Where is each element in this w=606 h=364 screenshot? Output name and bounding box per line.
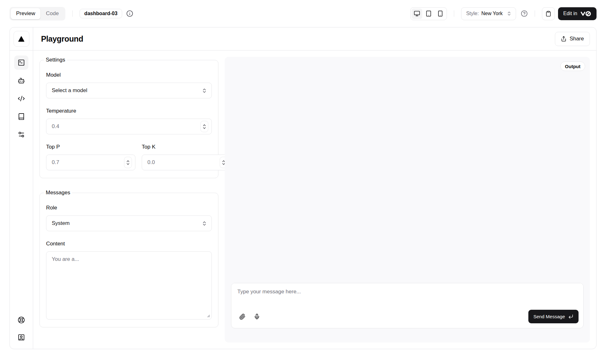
share-button[interactable]: Share [555, 32, 590, 46]
separator [454, 10, 454, 17]
chevrons-up-down-icon [202, 221, 207, 226]
top-k-label: Top K [142, 144, 231, 150]
sidebar [10, 27, 33, 349]
user-square-icon[interactable] [14, 330, 28, 344]
output-badge: Output [560, 62, 585, 71]
v0-logo-icon [580, 11, 591, 16]
message-composer: Send Message [231, 283, 584, 328]
temperature-field: Temperature [46, 108, 212, 134]
role-label: Role [46, 205, 212, 211]
smartphone-icon[interactable] [435, 9, 446, 19]
tablet-icon[interactable] [423, 9, 434, 19]
messages-fieldset: Messages Role System Content [39, 190, 218, 327]
view-tabs: Preview Code [9, 7, 65, 21]
send-message-label: Send Message [533, 314, 565, 319]
top-p-label: Top P [46, 144, 135, 150]
message-input[interactable] [231, 283, 583, 307]
style-select-value: New York [481, 11, 503, 16]
corner-down-left-icon [568, 314, 573, 319]
stepper-arrows-icon[interactable] [200, 121, 208, 132]
temperature-label: Temperature [46, 108, 212, 114]
preview-frame: Playground Share Settings Model Select a… [9, 27, 597, 349]
top-k-input[interactable] [147, 155, 217, 170]
temperature-input[interactable] [52, 119, 198, 134]
style-select-label: Style: [466, 11, 479, 16]
sidebar-head [10, 27, 33, 50]
paperclip-icon[interactable] [236, 310, 249, 323]
share-button-label: Share [570, 36, 584, 42]
share-icon [561, 36, 567, 42]
model-select-value: Select a model [52, 87, 202, 94]
sidebar-bottom [14, 313, 28, 349]
top-p-field: Top P [46, 144, 135, 170]
settings-legend: Settings [44, 57, 67, 63]
top-p-input[interactable] [52, 155, 122, 170]
model-label: Model [46, 72, 212, 78]
triangle-logo-icon[interactable] [14, 31, 29, 47]
info-icon[interactable] [126, 10, 133, 17]
page-header: Playground Share [33, 27, 596, 50]
main-column: Playground Share Settings Model Select a… [33, 27, 596, 349]
mic-icon[interactable] [251, 310, 263, 323]
clipboard-icon[interactable] [542, 7, 555, 20]
edit-in-v0-label: Edit in [563, 11, 577, 16]
model-select[interactable]: Select a model [46, 83, 212, 98]
life-buoy-icon[interactable] [14, 313, 28, 327]
output-panel: Output Send Message [225, 57, 590, 343]
top-p-input-wrap [46, 155, 135, 170]
monitor-icon[interactable] [412, 9, 422, 19]
style-select[interactable]: Style: New York [461, 7, 516, 20]
content-label: Content [46, 241, 212, 247]
model-field: Model Select a model [46, 72, 212, 98]
sidebar-nav [14, 50, 28, 142]
role-field: Role System [46, 205, 212, 231]
sliders-icon[interactable] [14, 127, 28, 142]
help-icon[interactable] [521, 10, 528, 17]
content-field: Content [46, 241, 212, 320]
chevrons-up-down-icon [507, 11, 512, 16]
top-p-k-row: Top P Top K [46, 144, 212, 170]
edit-in-v0-button[interactable]: Edit in [558, 7, 597, 20]
stepper-arrows-icon[interactable] [124, 157, 132, 168]
chevrons-up-down-icon [202, 88, 207, 93]
composer-toolbar: Send Message [231, 307, 583, 328]
device-toggle-group [410, 7, 447, 20]
role-select-value: System [52, 220, 202, 226]
top-toolbar: Preview Code dashboard-03 Style: New Yor… [0, 0, 606, 27]
code-icon[interactable] [14, 91, 28, 106]
top-k-field: Top K [142, 144, 231, 170]
tab-preview[interactable]: Preview [11, 8, 40, 19]
book-icon[interactable] [14, 109, 28, 124]
page-title: Playground [41, 34, 83, 44]
content-textarea[interactable] [46, 251, 212, 320]
tab-code[interactable]: Code [40, 8, 64, 19]
settings-form: Settings Model Select a model Temperatur… [39, 57, 218, 343]
toolbar-right-group: Style: New York Edit in [410, 7, 597, 20]
send-message-button[interactable]: Send Message [528, 310, 579, 323]
separator [535, 10, 535, 17]
terminal-icon[interactable] [14, 56, 28, 70]
separator [72, 10, 73, 17]
messages-legend: Messages [44, 190, 72, 196]
block-name-badge: dashboard-03 [80, 9, 122, 18]
bot-icon[interactable] [14, 73, 28, 88]
settings-fieldset: Settings Model Select a model Temperatur… [39, 57, 218, 178]
role-select[interactable]: System [46, 215, 212, 231]
content-area: Settings Model Select a model Temperatur… [33, 50, 596, 349]
top-k-input-wrap [142, 155, 231, 170]
temperature-input-wrap [46, 119, 212, 134]
